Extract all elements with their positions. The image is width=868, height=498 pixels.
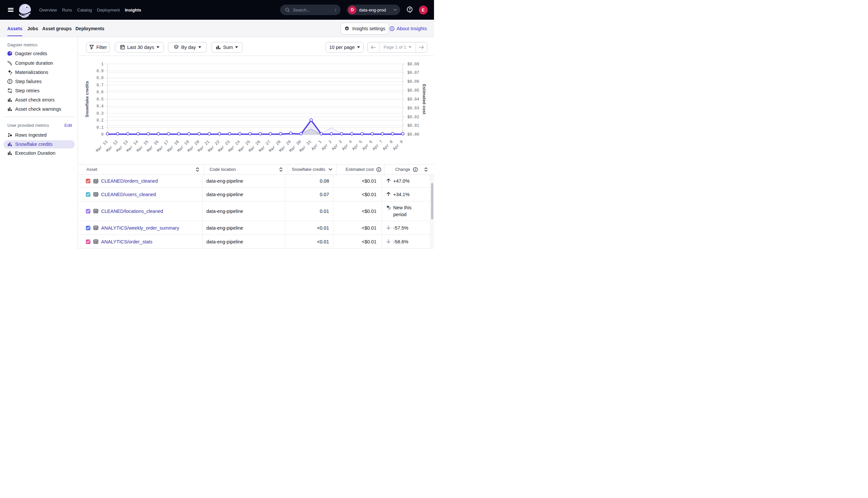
svg-text:0.1: 0.1: [96, 125, 104, 130]
svg-text:$0.07: $0.07: [407, 70, 419, 75]
svg-text:0.9: 0.9: [96, 69, 104, 73]
svg-text:Snowflake credits: Snowflake credits: [85, 81, 89, 117]
svg-text:$0.06: $0.06: [407, 79, 419, 84]
svg-text:0: 0: [101, 132, 104, 137]
svg-text:0.7: 0.7: [96, 83, 104, 87]
svg-text:0.4: 0.4: [96, 104, 104, 109]
svg-text:$0.02: $0.02: [407, 115, 419, 119]
svg-text:?: ?: [409, 7, 411, 11]
svg-text:$0.05: $0.05: [407, 88, 419, 93]
svg-text:Apr 3: Apr 3: [331, 139, 343, 151]
svg-text:$0.01: $0.01: [407, 123, 419, 128]
svg-text:Apr 9: Apr 9: [392, 139, 404, 151]
svg-text:0.2: 0.2: [96, 118, 104, 123]
svg-text:0.3: 0.3: [96, 111, 104, 116]
svg-text:1: 1: [101, 62, 104, 66]
svg-text:Apr 2: Apr 2: [321, 139, 333, 151]
svg-text:Apr 8: Apr 8: [382, 139, 394, 151]
svg-text:Apr 4: Apr 4: [341, 139, 353, 151]
svg-text:$0.00: $0.00: [407, 132, 419, 137]
svg-text:Apr 5: Apr 5: [352, 139, 363, 151]
svg-text:0.5: 0.5: [96, 97, 104, 102]
svg-text:Apr 1: Apr 1: [311, 139, 322, 151]
svg-text:$0.03: $0.03: [407, 106, 419, 110]
svg-text:0.8: 0.8: [96, 76, 104, 80]
svg-text:Apr 6: Apr 6: [362, 139, 373, 151]
svg-text:Apr 7: Apr 7: [371, 139, 383, 151]
svg-text:$0.04: $0.04: [407, 97, 419, 102]
svg-text:Estimated cost: Estimated cost: [422, 84, 427, 114]
svg-text:$0.08: $0.08: [407, 62, 419, 66]
svg-text:0.6: 0.6: [96, 90, 104, 95]
